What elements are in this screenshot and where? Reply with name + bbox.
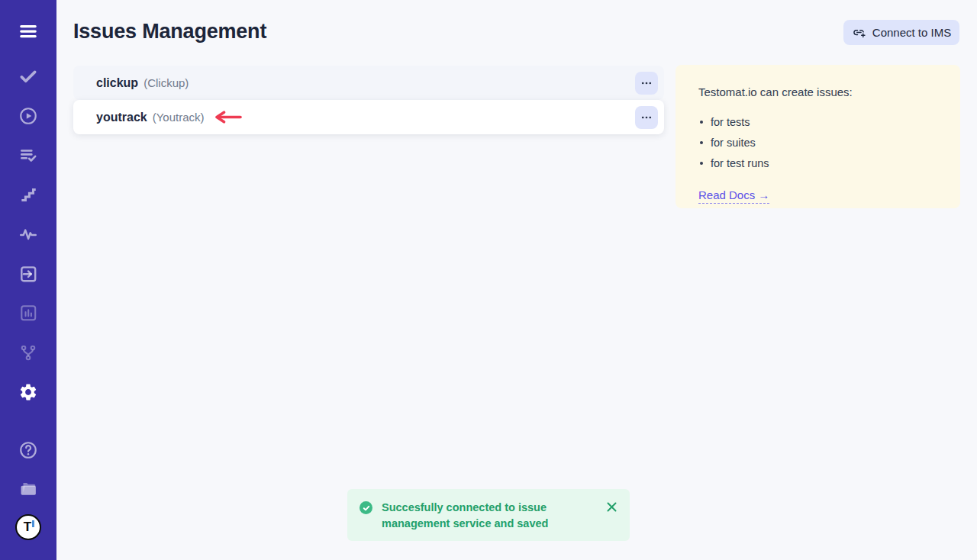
info-panel-heading: Testomat.io can create issues: [698,85,937,98]
connect-to-ims-button[interactable]: Connect to IMS [843,20,959,45]
logo-blue-tick [32,520,34,527]
info-panel-bullet-list: for tests for suites for test runs [698,116,937,169]
ellipsis-icon [641,78,652,89]
ims-type: (Youtrack) [153,111,205,124]
gear-icon[interactable] [18,382,38,402]
check-icon[interactable] [18,66,38,86]
ellipsis-icon [641,112,652,123]
close-icon[interactable] [606,501,617,515]
ims-name: clickup [96,76,138,90]
list-check-icon[interactable] [18,146,38,166]
info-bullet: for suites [698,137,937,149]
ims-row-youtrack[interactable]: youtrack (Youtrack) [73,100,664,134]
ims-name: youtrack [96,111,147,124]
logo-letter: T [24,520,31,533]
stairs-icon[interactable] [18,185,38,204]
pulse-icon[interactable] [18,224,38,244]
folder-icon[interactable] [18,479,38,499]
play-circle-icon[interactable] [18,106,38,126]
red-arrow-left-annotation [212,111,243,124]
ims-row-clickup[interactable]: clickup (Clickup) [73,66,664,100]
info-bullet: for test runs [698,157,937,169]
ellipsis-menu-button[interactable] [635,106,658,129]
help-icon[interactable] [18,440,38,460]
info-bullet: for tests [698,116,937,128]
testomat-logo[interactable]: T [15,514,41,540]
success-toast: Succesfully connected to issue managemen… [347,489,630,541]
info-panel: Testomat.io can create issues: for tests… [676,65,960,208]
toast-message: Succesfully connected to issue managemen… [382,500,595,532]
success-check-icon [360,501,372,514]
connect-to-ims-label: Connect to IMS [872,26,951,39]
bar-chart-icon[interactable] [18,303,38,323]
page-title: Issues Management [73,20,266,43]
hamburger-menu-icon[interactable] [18,21,38,41]
ims-type: (Clickup) [143,76,189,89]
ellipsis-menu-button[interactable] [635,72,658,95]
link-plus-icon [852,25,866,40]
read-docs-link[interactable]: Read Docs → [698,188,769,204]
sidebar: T [0,0,56,560]
sign-in-icon[interactable] [18,264,38,284]
branch-icon[interactable] [18,343,38,362]
